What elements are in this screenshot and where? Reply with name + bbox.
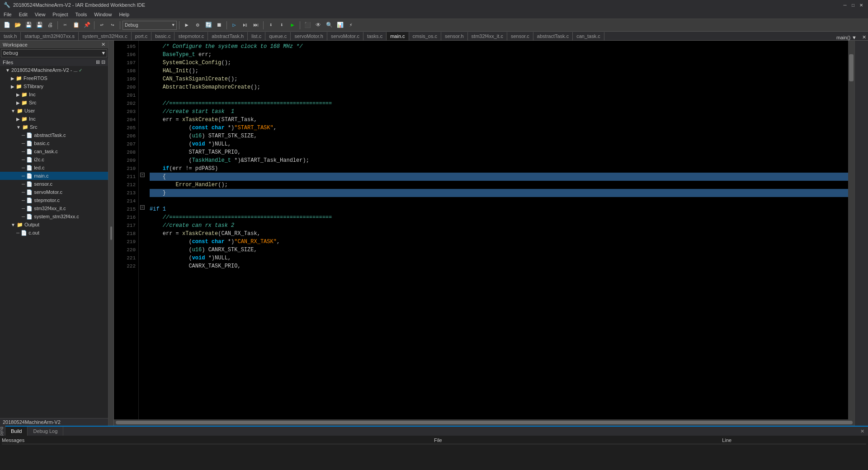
collapse-btn-ifdef[interactable]: - [140, 205, 145, 210]
tb-new[interactable]: 📄 [2, 20, 12, 30]
bottom-tab-debuglog[interactable]: Debug Log [28, 427, 63, 436]
tree-abstracttask[interactable]: ─ 📄 abstractTask.c [0, 131, 108, 139]
menu-window[interactable]: Window [90, 10, 115, 19]
toolbar-sep-1 [57, 21, 58, 29]
menu-edit[interactable]: Edit [15, 10, 31, 19]
title-controls[interactable]: ─ □ ✕ [842, 2, 864, 8]
tree-user[interactable]: ▼ 📁 User [0, 107, 108, 115]
close-button[interactable]: ✕ [858, 2, 864, 8]
function-dropdown[interactable]: main() ▼ [833, 35, 860, 40]
code-line-selected: { [150, 173, 848, 181]
tb-debug3[interactable]: ⏭ [251, 20, 261, 30]
tree-stlib-inc[interactable]: ▶ 📁 Inc [0, 90, 108, 99]
tb-watch[interactable]: 👁 [313, 20, 323, 30]
tb-build[interactable]: ⚙ [193, 20, 203, 30]
tab-sensor-c[interactable]: sensor.c [507, 32, 533, 40]
tab-list[interactable]: list.c [248, 32, 265, 40]
tree-project[interactable]: ▼ 20180524MachineArm-V2 - ... ✓ [0, 66, 108, 74]
tb-cut[interactable]: ✂ [60, 20, 70, 30]
tb-extra[interactable]: ⚡ [346, 20, 356, 30]
tree-cout[interactable]: ─ 📄 c.out [0, 229, 108, 237]
tree-stlib-src[interactable]: ▶ 📁 Src [0, 99, 108, 107]
tab-abstracttask-h[interactable]: abstractTask.h [208, 32, 248, 40]
tab-system[interactable]: system_stm32f4xx.c [79, 32, 132, 40]
code-line: CAN_TaskSiganlCreate(); [150, 75, 848, 83]
tab-port[interactable]: port.c [132, 32, 152, 40]
tab-queue[interactable]: queue.c [265, 32, 291, 40]
tab-can-task[interactable]: can_task.c [573, 32, 604, 40]
menu-tools[interactable]: Tools [72, 10, 91, 19]
bottom-tab-build[interactable]: Build [5, 427, 28, 436]
tb-undo[interactable]: ↩ [97, 20, 107, 30]
v-scrollbar-thumb[interactable] [849, 54, 854, 81]
tb-config-dropdown[interactable]: Debug ▼ [123, 21, 177, 30]
tree-user-inc[interactable]: ▶ 📁 Inc [0, 115, 108, 123]
files-collapse-icon[interactable]: ⊟ [101, 59, 105, 65]
tree-stm32-it[interactable]: ─ 📄 stm32f4xx_it.c [0, 204, 108, 212]
h-scrollbar[interactable] [114, 419, 854, 426]
tab-basic[interactable]: basic.c [151, 32, 175, 40]
tb-save[interactable]: 💾 [24, 20, 33, 30]
tb-rebuild[interactable]: 🔄 [203, 20, 213, 30]
tab-servomotor-c[interactable]: servoMotor.c [327, 32, 363, 40]
tab-stepmotor[interactable]: stepmotor.c [175, 32, 208, 40]
tree-main[interactable]: ─ 📄 main.c [0, 172, 108, 180]
tree-sensor[interactable]: ─ 📄 sensor.c [0, 180, 108, 188]
tb-redo[interactable]: ↪ [108, 20, 118, 30]
tab-cmsis-os[interactable]: cmsis_os.c [409, 32, 441, 40]
tree-stepmotor[interactable]: ─ 📄 stepmotor.c [0, 196, 108, 204]
collapse-btn-if[interactable]: - [140, 173, 145, 177]
tab-main-c[interactable]: main.c [387, 32, 409, 40]
tab-startup[interactable]: startup_stm32f407xx.s [21, 32, 79, 40]
h-scrollbar-thumb[interactable] [116, 421, 853, 424]
tb-compile[interactable]: ▶ [182, 20, 192, 30]
tb-copy[interactable]: 📋 [71, 20, 81, 30]
tb-mem[interactable]: 🔍 [324, 20, 334, 30]
tree-basic[interactable]: ─ 📄 basic.c [0, 139, 108, 147]
tree-user-src[interactable]: ▼ 📁 Src [0, 123, 108, 131]
tb-paste[interactable]: 📌 [82, 20, 92, 30]
close-bottom-panel[interactable]: ✕ [857, 428, 868, 434]
tb-download2[interactable]: ⬇ [277, 20, 287, 30]
tree-i2c[interactable]: ─ 📄 i2c.c [0, 155, 108, 164]
tab-abstracttask-c[interactable]: abstractTask.c [533, 32, 573, 40]
menu-help[interactable]: Help [115, 10, 133, 19]
tree-cantask[interactable]: ─ 📄 can_task.c [0, 147, 108, 155]
tb-debug[interactable]: ▷ [229, 20, 239, 30]
tree-system[interactable]: ─ 📄 system_stm32f4xx.c [0, 212, 108, 221]
tab-tasks[interactable]: tasks.c [363, 32, 387, 40]
tb-print[interactable]: 🖨 [45, 20, 55, 30]
tree-servomotor[interactable]: ─ 📄 servoMotor.c [0, 188, 108, 196]
v-scrollbar[interactable] [848, 41, 854, 419]
code-editor[interactable]: /* Configure the system clock to 168 MHz… [146, 41, 848, 419]
tb-debug2[interactable]: ⏯ [240, 20, 250, 30]
close-tab-btn[interactable]: ✕ [860, 34, 868, 40]
workspace-dropdown[interactable]: Debug ▼ [1, 49, 107, 57]
tb-download[interactable]: ⬇ [266, 20, 276, 30]
workspace-close-icon[interactable]: ✕ [101, 42, 105, 47]
tab-stm32-it[interactable]: stm32f4xx_it.c [468, 32, 507, 40]
tb-breakpoint[interactable]: ⬛ [302, 20, 312, 30]
menu-project[interactable]: Project [49, 10, 71, 19]
tree-freertos[interactable]: ▶ 📁 FreeRTOS [0, 74, 108, 82]
menu-view[interactable]: View [31, 10, 49, 19]
tab-servomotor-h[interactable]: servoMotor.h [291, 32, 327, 40]
splitter[interactable] [108, 41, 114, 426]
tree-output[interactable]: ▼ 📁 Output [0, 221, 108, 229]
tb-stop[interactable]: ⏹ [214, 20, 224, 30]
tb-reg[interactable]: 📊 [335, 20, 345, 30]
tab-sensor-h[interactable]: sensor.h [441, 32, 468, 40]
tree-stlibrary[interactable]: ▶ 📁 STlibrary [0, 82, 108, 90]
tb-save-all[interactable]: 💾 [34, 20, 44, 30]
maximize-button[interactable]: □ [850, 2, 856, 8]
files-actions[interactable]: ⊞ ⊟ [96, 59, 105, 65]
menu-file[interactable]: File [0, 10, 15, 19]
tb-run[interactable]: ▶ [288, 20, 297, 30]
files-expand-icon[interactable]: ⊞ [96, 59, 100, 65]
minimize-button[interactable]: ─ [842, 2, 848, 8]
tab-task-h[interactable]: task.h [0, 32, 21, 40]
editor-area[interactable]: 195 196 197 198 199 200 201 202 203 204 … [114, 41, 854, 426]
tb-open[interactable]: 📂 [13, 20, 23, 30]
tree-led[interactable]: ─ 📄 led.c [0, 164, 108, 172]
folder-icon: ▼ [11, 108, 15, 113]
